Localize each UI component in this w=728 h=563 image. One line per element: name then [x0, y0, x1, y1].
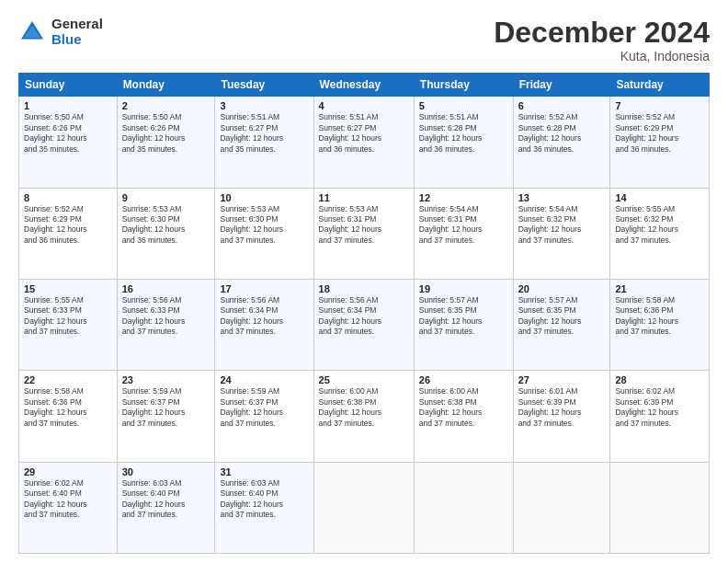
day-info: Sunrise: 5:56 AMSunset: 6:33 PMDaylight:… — [122, 295, 210, 338]
day-info: Sunrise: 5:54 AMSunset: 6:31 PMDaylight:… — [419, 204, 508, 247]
logo: General Blue — [18, 17, 103, 47]
col-sunday: Sunday — [19, 74, 118, 97]
calendar-cell: 21Sunrise: 5:58 AMSunset: 6:36 PMDayligh… — [610, 279, 710, 370]
calendar-cell: 11Sunrise: 5:53 AMSunset: 6:31 PMDayligh… — [313, 188, 414, 279]
calendar-cell — [313, 462, 414, 553]
location: Kuta, Indonesia — [494, 49, 710, 63]
calendar-cell — [610, 462, 710, 553]
day-number: 9 — [122, 192, 210, 203]
calendar-cell: 31Sunrise: 6:03 AMSunset: 6:40 PMDayligh… — [215, 462, 313, 553]
day-number: 21 — [615, 283, 704, 294]
calendar-cell: 29Sunrise: 6:02 AMSunset: 6:40 PMDayligh… — [19, 462, 118, 553]
day-number: 18 — [319, 283, 409, 294]
calendar-cell: 19Sunrise: 5:57 AMSunset: 6:35 PMDayligh… — [414, 279, 513, 370]
day-info: Sunrise: 5:54 AMSunset: 6:32 PMDaylight:… — [518, 204, 606, 247]
day-info: Sunrise: 6:03 AMSunset: 6:40 PMDaylight:… — [122, 478, 210, 521]
day-info: Sunrise: 5:50 AMSunset: 6:26 PMDaylight:… — [122, 112, 210, 155]
calendar-cell: 14Sunrise: 5:55 AMSunset: 6:32 PMDayligh… — [610, 188, 710, 279]
day-info: Sunrise: 5:53 AMSunset: 6:30 PMDaylight:… — [122, 204, 210, 247]
day-info: Sunrise: 5:58 AMSunset: 6:36 PMDaylight:… — [24, 386, 112, 429]
day-info: Sunrise: 5:51 AMSunset: 6:27 PMDaylight:… — [319, 112, 409, 155]
day-info: Sunrise: 5:59 AMSunset: 6:37 PMDaylight:… — [220, 386, 308, 429]
day-number: 20 — [518, 283, 606, 294]
calendar-cell: 5Sunrise: 5:51 AMSunset: 6:28 PMDaylight… — [414, 97, 513, 188]
logo-text: General Blue — [51, 17, 103, 47]
calendar-cell: 9Sunrise: 5:53 AMSunset: 6:30 PMDaylight… — [117, 188, 215, 279]
calendar-cell: 13Sunrise: 5:54 AMSunset: 6:32 PMDayligh… — [513, 188, 610, 279]
calendar-cell: 12Sunrise: 5:54 AMSunset: 6:31 PMDayligh… — [414, 188, 513, 279]
calendar-cell: 8Sunrise: 5:52 AMSunset: 6:29 PMDaylight… — [19, 188, 118, 279]
calendar-cell: 7Sunrise: 5:52 AMSunset: 6:29 PMDaylight… — [610, 97, 710, 188]
calendar-week-3: 15Sunrise: 5:55 AMSunset: 6:33 PMDayligh… — [19, 279, 710, 370]
day-info: Sunrise: 5:58 AMSunset: 6:36 PMDaylight:… — [615, 295, 704, 338]
day-number: 13 — [518, 192, 606, 203]
logo-general: General — [51, 17, 103, 32]
header: General Blue December 2024 Kuta, Indones… — [18, 17, 710, 63]
day-info: Sunrise: 6:01 AMSunset: 6:39 PMDaylight:… — [518, 386, 606, 429]
calendar-cell: 26Sunrise: 6:00 AMSunset: 6:38 PMDayligh… — [414, 371, 513, 462]
day-info: Sunrise: 6:00 AMSunset: 6:38 PMDaylight:… — [319, 386, 409, 429]
day-number: 17 — [220, 283, 308, 294]
day-number: 1 — [24, 100, 112, 111]
calendar-cell: 10Sunrise: 5:53 AMSunset: 6:30 PMDayligh… — [215, 188, 313, 279]
logo-icon — [18, 18, 46, 46]
calendar-cell: 27Sunrise: 6:01 AMSunset: 6:39 PMDayligh… — [513, 371, 610, 462]
day-number: 25 — [319, 374, 409, 385]
col-tuesday: Tuesday — [215, 74, 313, 97]
calendar-cell — [513, 462, 610, 553]
day-info: Sunrise: 5:57 AMSunset: 6:35 PMDaylight:… — [419, 295, 508, 338]
day-info: Sunrise: 6:02 AMSunset: 6:39 PMDaylight:… — [615, 386, 704, 429]
day-number: 29 — [24, 466, 112, 477]
calendar-cell: 30Sunrise: 6:03 AMSunset: 6:40 PMDayligh… — [117, 462, 215, 553]
calendar-body: 1Sunrise: 5:50 AMSunset: 6:26 PMDaylight… — [19, 97, 710, 554]
col-wednesday: Wednesday — [313, 74, 414, 97]
col-friday: Friday — [513, 74, 610, 97]
day-info: Sunrise: 5:57 AMSunset: 6:35 PMDaylight:… — [518, 295, 606, 338]
day-info: Sunrise: 6:03 AMSunset: 6:40 PMDaylight:… — [220, 478, 308, 521]
day-info: Sunrise: 5:52 AMSunset: 6:29 PMDaylight:… — [615, 112, 704, 155]
day-number: 19 — [419, 283, 508, 294]
day-number: 31 — [220, 466, 308, 477]
calendar-cell: 6Sunrise: 5:52 AMSunset: 6:28 PMDaylight… — [513, 97, 610, 188]
logo-blue: Blue — [51, 32, 103, 48]
calendar-cell: 24Sunrise: 5:59 AMSunset: 6:37 PMDayligh… — [215, 371, 313, 462]
title-block: December 2024 Kuta, Indonesia — [494, 17, 710, 63]
calendar-cell: 18Sunrise: 5:56 AMSunset: 6:34 PMDayligh… — [313, 279, 414, 370]
calendar-header: Sunday Monday Tuesday Wednesday Thursday… — [19, 74, 710, 97]
day-number: 28 — [615, 374, 704, 385]
day-number: 23 — [122, 374, 210, 385]
day-info: Sunrise: 6:00 AMSunset: 6:38 PMDaylight:… — [419, 386, 508, 429]
day-number: 24 — [220, 374, 308, 385]
day-info: Sunrise: 5:51 AMSunset: 6:27 PMDaylight:… — [220, 112, 308, 155]
day-number: 5 — [419, 100, 508, 111]
day-info: Sunrise: 5:55 AMSunset: 6:33 PMDaylight:… — [24, 295, 112, 338]
calendar-cell: 20Sunrise: 5:57 AMSunset: 6:35 PMDayligh… — [513, 279, 610, 370]
calendar-cell: 3Sunrise: 5:51 AMSunset: 6:27 PMDaylight… — [215, 97, 313, 188]
day-info: Sunrise: 5:50 AMSunset: 6:26 PMDaylight:… — [24, 112, 112, 155]
day-number: 2 — [122, 100, 210, 111]
day-number: 27 — [518, 374, 606, 385]
calendar-cell: 17Sunrise: 5:56 AMSunset: 6:34 PMDayligh… — [215, 279, 313, 370]
day-info: Sunrise: 6:02 AMSunset: 6:40 PMDaylight:… — [24, 478, 112, 521]
col-monday: Monday — [117, 74, 215, 97]
day-number: 14 — [615, 192, 704, 203]
calendar-cell: 2Sunrise: 5:50 AMSunset: 6:26 PMDaylight… — [117, 97, 215, 188]
calendar-table: Sunday Monday Tuesday Wednesday Thursday… — [18, 73, 710, 554]
col-thursday: Thursday — [414, 74, 513, 97]
day-number: 3 — [220, 100, 308, 111]
day-info: Sunrise: 5:52 AMSunset: 6:28 PMDaylight:… — [518, 112, 606, 155]
day-info: Sunrise: 5:52 AMSunset: 6:29 PMDaylight:… — [24, 204, 112, 247]
day-info: Sunrise: 5:55 AMSunset: 6:32 PMDaylight:… — [615, 204, 704, 247]
day-info: Sunrise: 5:51 AMSunset: 6:28 PMDaylight:… — [419, 112, 508, 155]
day-number: 10 — [220, 192, 308, 203]
col-saturday: Saturday — [610, 74, 710, 97]
day-number: 15 — [24, 283, 112, 294]
calendar-week-5: 29Sunrise: 6:02 AMSunset: 6:40 PMDayligh… — [19, 462, 710, 553]
month-title: December 2024 — [494, 17, 710, 49]
day-info: Sunrise: 5:59 AMSunset: 6:37 PMDaylight:… — [122, 386, 210, 429]
header-row: Sunday Monday Tuesday Wednesday Thursday… — [19, 74, 710, 97]
day-number: 26 — [419, 374, 508, 385]
calendar-cell: 25Sunrise: 6:00 AMSunset: 6:38 PMDayligh… — [313, 371, 414, 462]
day-info: Sunrise: 5:53 AMSunset: 6:31 PMDaylight:… — [319, 204, 409, 247]
calendar-cell: 4Sunrise: 5:51 AMSunset: 6:27 PMDaylight… — [313, 97, 414, 188]
